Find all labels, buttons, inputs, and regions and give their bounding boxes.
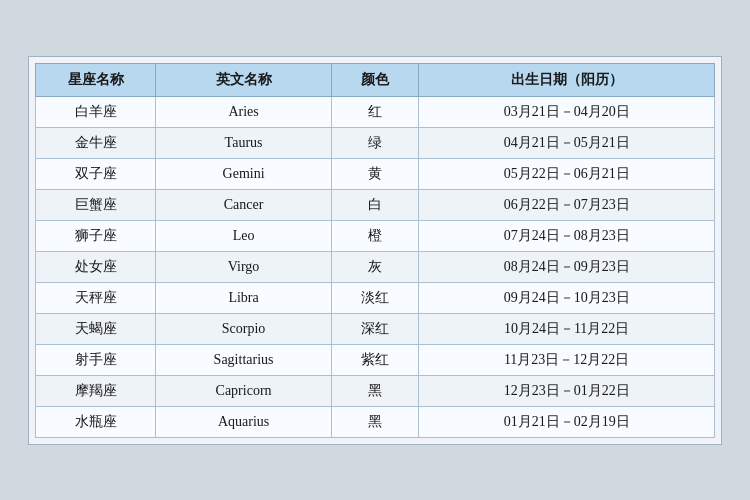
header-zh: 星座名称 — [36, 63, 156, 96]
cell-color: 黄 — [331, 158, 419, 189]
cell-zh: 天秤座 — [36, 282, 156, 313]
cell-zh: 巨蟹座 — [36, 189, 156, 220]
cell-color: 紫红 — [331, 344, 419, 375]
zodiac-table: 星座名称 英文名称 颜色 出生日期（阳历） 白羊座Aries红03月21日－04… — [35, 63, 715, 438]
cell-date: 04月21日－05月21日 — [419, 127, 715, 158]
header-date: 出生日期（阳历） — [419, 63, 715, 96]
cell-color: 灰 — [331, 251, 419, 282]
table-row: 摩羯座Capricorn黑12月23日－01月22日 — [36, 375, 715, 406]
table-row: 金牛座Taurus绿04月21日－05月21日 — [36, 127, 715, 158]
cell-color: 淡红 — [331, 282, 419, 313]
cell-zh: 白羊座 — [36, 96, 156, 127]
cell-zh: 处女座 — [36, 251, 156, 282]
cell-zh: 天蝎座 — [36, 313, 156, 344]
cell-date: 11月23日－12月22日 — [419, 344, 715, 375]
cell-en: Sagittarius — [156, 344, 331, 375]
cell-color: 黑 — [331, 406, 419, 437]
cell-en: Scorpio — [156, 313, 331, 344]
cell-date: 01月21日－02月19日 — [419, 406, 715, 437]
table-row: 巨蟹座Cancer白06月22日－07月23日 — [36, 189, 715, 220]
cell-date: 08月24日－09月23日 — [419, 251, 715, 282]
cell-en: Aquarius — [156, 406, 331, 437]
table-row: 狮子座Leo橙07月24日－08月23日 — [36, 220, 715, 251]
table-row: 天秤座Libra淡红09月24日－10月23日 — [36, 282, 715, 313]
cell-color: 白 — [331, 189, 419, 220]
cell-zh: 金牛座 — [36, 127, 156, 158]
cell-zh: 水瓶座 — [36, 406, 156, 437]
table-row: 处女座Virgo灰08月24日－09月23日 — [36, 251, 715, 282]
table-row: 水瓶座Aquarius黑01月21日－02月19日 — [36, 406, 715, 437]
cell-en: Aries — [156, 96, 331, 127]
cell-color: 绿 — [331, 127, 419, 158]
cell-date: 09月24日－10月23日 — [419, 282, 715, 313]
cell-zh: 射手座 — [36, 344, 156, 375]
cell-date: 07月24日－08月23日 — [419, 220, 715, 251]
header-en: 英文名称 — [156, 63, 331, 96]
cell-en: Leo — [156, 220, 331, 251]
cell-color: 红 — [331, 96, 419, 127]
cell-en: Capricorn — [156, 375, 331, 406]
cell-date: 12月23日－01月22日 — [419, 375, 715, 406]
cell-color: 黑 — [331, 375, 419, 406]
header-color: 颜色 — [331, 63, 419, 96]
table-row: 白羊座Aries红03月21日－04月20日 — [36, 96, 715, 127]
cell-date: 10月24日－11月22日 — [419, 313, 715, 344]
cell-color: 橙 — [331, 220, 419, 251]
cell-color: 深红 — [331, 313, 419, 344]
cell-en: Virgo — [156, 251, 331, 282]
cell-zh: 双子座 — [36, 158, 156, 189]
zodiac-table-container: 星座名称 英文名称 颜色 出生日期（阳历） 白羊座Aries红03月21日－04… — [28, 56, 722, 445]
cell-en: Cancer — [156, 189, 331, 220]
cell-date: 06月22日－07月23日 — [419, 189, 715, 220]
cell-date: 03月21日－04月20日 — [419, 96, 715, 127]
cell-en: Libra — [156, 282, 331, 313]
table-row: 天蝎座Scorpio深红10月24日－11月22日 — [36, 313, 715, 344]
cell-en: Gemini — [156, 158, 331, 189]
cell-zh: 摩羯座 — [36, 375, 156, 406]
table-header-row: 星座名称 英文名称 颜色 出生日期（阳历） — [36, 63, 715, 96]
cell-en: Taurus — [156, 127, 331, 158]
cell-zh: 狮子座 — [36, 220, 156, 251]
table-row: 射手座Sagittarius紫红11月23日－12月22日 — [36, 344, 715, 375]
cell-date: 05月22日－06月21日 — [419, 158, 715, 189]
table-row: 双子座Gemini黄05月22日－06月21日 — [36, 158, 715, 189]
